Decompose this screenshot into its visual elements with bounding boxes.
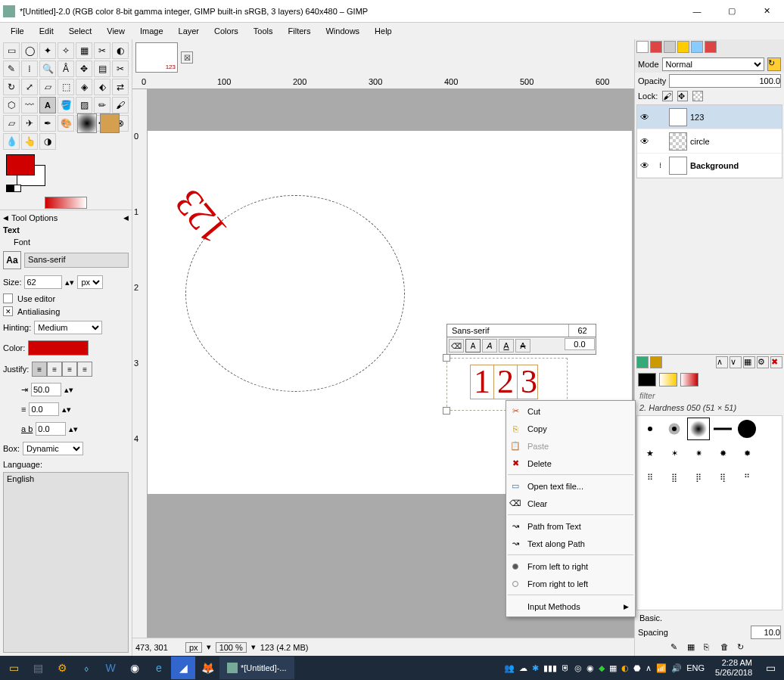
refresh-brush-icon[interactable]: ↻ — [737, 642, 749, 654]
tray-app-icon-2[interactable]: ◉ — [586, 663, 594, 673]
taskbar-app-icon[interactable]: ◢ — [171, 657, 195, 679]
tool-align[interactable]: ▤ — [94, 61, 110, 77]
tool-ellipse-select[interactable]: ◯ — [21, 42, 38, 59]
brush-dots-3[interactable]: ⡿ — [687, 466, 710, 489]
size-spinner-icon[interactable]: ▴▾ — [65, 278, 74, 287]
tool-handle[interactable]: ⬖ — [94, 79, 110, 95]
brush-soft-med[interactable] — [687, 418, 710, 440]
tray-network-icon[interactable]: ▮▮▮ — [543, 663, 557, 673]
tool-scale[interactable]: ⤢ — [21, 79, 38, 95]
size-unit-select[interactable]: px — [77, 275, 103, 289]
ctx-text-along-path[interactable]: ↝Text along Path — [506, 535, 635, 552]
brush-splat-3[interactable]: ✸ — [711, 442, 734, 464]
tool-foreground[interactable]: ◐ — [112, 42, 129, 59]
brush-star[interactable]: ★ — [639, 442, 661, 464]
brushes-tab-icon[interactable] — [636, 356, 649, 368]
ctx-open-text-file[interactable]: ▭Open text file... — [506, 477, 635, 495]
tool-blur[interactable]: 💧 — [3, 133, 20, 150]
brush-soft-small[interactable] — [663, 418, 686, 440]
grad-swatch-yellow[interactable] — [659, 373, 677, 387]
ctx-cut[interactable]: ✂Cut — [506, 402, 635, 420]
tool-dodge[interactable]: ◑ — [39, 133, 56, 150]
tool-smudge[interactable]: 👆 — [21, 133, 38, 150]
text-handle-tl[interactable] — [443, 354, 450, 362]
tool-move[interactable]: ✥ — [76, 61, 92, 77]
menu-tools[interactable]: Tools — [246, 25, 281, 37]
brush-dots-5[interactable]: ⠛ — [736, 466, 758, 489]
down-arrow-icon[interactable]: ∨ — [730, 356, 742, 368]
line-spacing-input[interactable] — [29, 402, 59, 416]
box-select[interactable]: Dynamic — [23, 442, 83, 455]
ctx-paste[interactable]: 📋Paste — [506, 437, 635, 455]
config-icon[interactable]: ⚙ — [757, 356, 769, 368]
tray-app-icon-3[interactable]: ◆ — [599, 663, 605, 673]
layer-row-background[interactable]: 👁 ⁞ Background — [637, 154, 782, 178]
brush-prev-1[interactable] — [77, 113, 97, 133]
menu-windows[interactable]: Windows — [318, 25, 367, 37]
tool-unified[interactable]: ◈ — [76, 79, 92, 95]
brush-hard-large[interactable] — [736, 418, 758, 440]
tray-chevron-icon[interactable]: ∧ — [646, 663, 652, 673]
tool-gradient[interactable]: ▨ — [76, 97, 92, 113]
tray-cloud-icon[interactable]: ☁ — [519, 663, 527, 673]
foreground-color[interactable] — [6, 154, 35, 175]
image-tab-close-button[interactable]: ☒ — [181, 51, 193, 64]
tray-shield-icon[interactable]: ⛨ — [562, 663, 570, 672]
blend-mode-select[interactable]: Normal — [662, 57, 764, 71]
tool-free-select[interactable]: ✦ — [39, 42, 56, 59]
use-editor-checkbox[interactable] — [3, 293, 13, 303]
brush-dots-1[interactable]: ⠿ — [639, 466, 661, 489]
indent-spinner-icon[interactable]: ▴▾ — [64, 385, 73, 395]
font-sample-icon[interactable]: Aa — [3, 251, 21, 269]
overlay-baseline-input[interactable] — [565, 338, 595, 350]
layer-name[interactable]: Background — [690, 161, 780, 170]
grad-swatch-red[interactable] — [680, 373, 698, 387]
tool-paintbrush[interactable]: 🖌 — [112, 97, 129, 113]
tool-by-color[interactable]: ▦ — [76, 42, 92, 59]
text-handle-bl[interactable] — [443, 407, 450, 415]
tray-volume-icon[interactable]: 🔊 — [671, 663, 682, 673]
channels-tab-icon[interactable] — [650, 41, 662, 53]
tool-text[interactable]: A — [39, 97, 56, 113]
filter-label[interactable]: filter — [635, 390, 784, 402]
layer-visibility-icon[interactable]: 👁 — [639, 112, 651, 123]
brush-splat-4[interactable]: ✹ — [736, 442, 758, 464]
image-tab-thumb[interactable]: 123 — [135, 42, 178, 73]
layer-visibility-icon[interactable]: 👁 — [639, 160, 651, 171]
status-unit-select[interactable]: px — [185, 642, 202, 653]
brush-hard-small[interactable] — [639, 418, 661, 440]
justify-left-button[interactable]: ≡ — [32, 362, 47, 377]
taskbar-gimp-icon[interactable]: 🦊 — [195, 657, 219, 679]
taskbar-edge-icon[interactable]: e — [147, 657, 171, 679]
menu-layer[interactable]: Layer — [171, 25, 207, 37]
layer-link-icon[interactable]: ⁞ — [654, 161, 666, 169]
tray-lang[interactable]: ENG — [686, 663, 705, 672]
close-button[interactable]: ✕ — [749, 0, 784, 23]
hinting-select[interactable]: Medium — [34, 321, 102, 334]
status-zoom-select[interactable]: 100 % — [216, 642, 247, 653]
overlay-font-input[interactable] — [447, 324, 568, 337]
size-input[interactable] — [24, 275, 62, 289]
taskbar-gimp-window[interactable]: *[Untitled]-... — [219, 657, 294, 679]
brush-prev-2[interactable] — [100, 113, 120, 133]
tool-airbrush[interactable]: ✈ — [21, 115, 38, 132]
menu-select[interactable]: Select — [61, 25, 100, 37]
menu-edit[interactable]: Edit — [32, 25, 61, 37]
font-name-field[interactable]: Sans-serif — [24, 253, 129, 268]
duplicate-brush-icon[interactable]: ⎘ — [704, 642, 716, 654]
ctx-input-methods[interactable]: Input Methods▶ — [506, 598, 635, 615]
extra-tab-icon-2[interactable] — [705, 41, 717, 53]
menu-colors[interactable]: Colors — [207, 25, 246, 37]
taskbar-gear-icon[interactable]: ⚙ — [50, 657, 74, 679]
tool-rect-select[interactable]: ▭ — [3, 42, 20, 59]
overlay-size-input[interactable] — [568, 324, 596, 337]
taskbar-vs-icon[interactable]: ⬨ — [74, 657, 98, 679]
brush-splat-1[interactable]: ✶ — [663, 442, 686, 464]
tool-scissors[interactable]: ✂ — [94, 42, 110, 59]
color-swatch[interactable] — [6, 154, 51, 192]
minimize-button[interactable]: — — [680, 0, 714, 23]
taskbar-pdf-icon[interactable]: ▤ — [26, 657, 50, 679]
language-field[interactable]: English — [3, 472, 129, 653]
lock-alpha-icon[interactable] — [692, 91, 703, 101]
ctx-clear[interactable]: ⌫Clear — [506, 495, 635, 512]
